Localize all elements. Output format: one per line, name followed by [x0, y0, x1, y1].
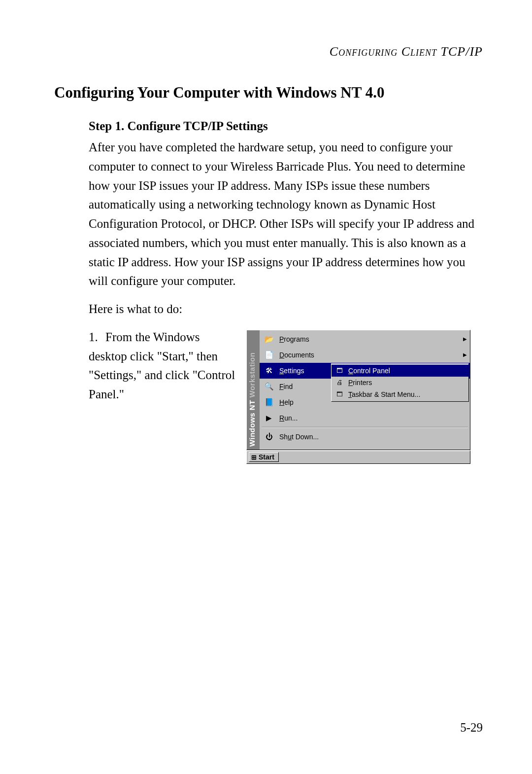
section-title: Configuring Your Computer with Windows N… [54, 84, 483, 102]
step-1-text: From the Windows desktop click "Start," … [89, 330, 235, 401]
programs-icon: 📂 [264, 335, 274, 344]
find-icon: 🔍 [264, 382, 274, 391]
start-button[interactable]: ⊞ Start [249, 452, 279, 462]
taskbar: ⊞ Start [246, 450, 470, 464]
step-1-text-block: 1.From the Windows desktop click "Start,… [89, 328, 236, 404]
settings-icon: 🛠 [264, 366, 274, 375]
page-number: 5-29 [460, 721, 483, 735]
submenu-arrow-icon: ▶ [463, 352, 467, 357]
menu-item-documents[interactable]: 📄 Documents ▶ [260, 347, 470, 363]
printers-icon: 🖨 [334, 379, 344, 386]
submenu-item-control-panel[interactable]: 🗔 Control Panel [332, 365, 468, 377]
start-menu-screenshot: Windows NT Workstation 📂 Programs ▶ 📄 Do… [246, 330, 470, 464]
running-head: Configuring Client TCP/IP [54, 44, 483, 59]
run-icon: ▶ [264, 414, 274, 422]
control-panel-icon: 🗔 [334, 367, 344, 374]
body-column: Step 1. Configure TCP/IP Settings After … [89, 119, 483, 464]
menu-item-shutdown[interactable]: ⏻ Shut Down... [260, 429, 470, 445]
documents-icon: 📄 [264, 351, 274, 359]
settings-submenu: 🗔 Control Panel 🖨 Printers 🗔 Taskbar & S… [331, 363, 469, 402]
menu-separator [262, 427, 468, 428]
step-1-row: 1.From the Windows desktop click "Start,… [89, 328, 483, 464]
taskbar-menu-icon: 🗔 [334, 390, 344, 398]
step-1-number: 1. [89, 328, 105, 347]
menu-item-run[interactable]: ▶ Run... [260, 410, 470, 426]
intro-paragraph: After you have completed the hardware se… [89, 138, 483, 291]
step-heading: Step 1. Configure TCP/IP Settings [89, 119, 483, 133]
page-content: Configuring Client TCP/IP Configuring Yo… [54, 44, 483, 464]
help-icon: 📘 [264, 398, 274, 407]
menu-item-programs[interactable]: 📂 Programs ▶ [260, 331, 470, 347]
submenu-item-taskbar[interactable]: 🗔 Taskbar & Start Menu... [332, 388, 468, 400]
windows-logo-icon: ⊞ [251, 454, 257, 461]
submenu-item-printers[interactable]: 🖨 Printers [332, 377, 468, 388]
submenu-arrow-icon: ▶ [463, 336, 467, 342]
shutdown-icon: ⏻ [264, 432, 274, 441]
start-button-label: Start [259, 453, 274, 461]
start-menu-banner: Windows NT Workstation [247, 330, 260, 450]
lead-in-paragraph: Here is what to do: [89, 300, 483, 319]
